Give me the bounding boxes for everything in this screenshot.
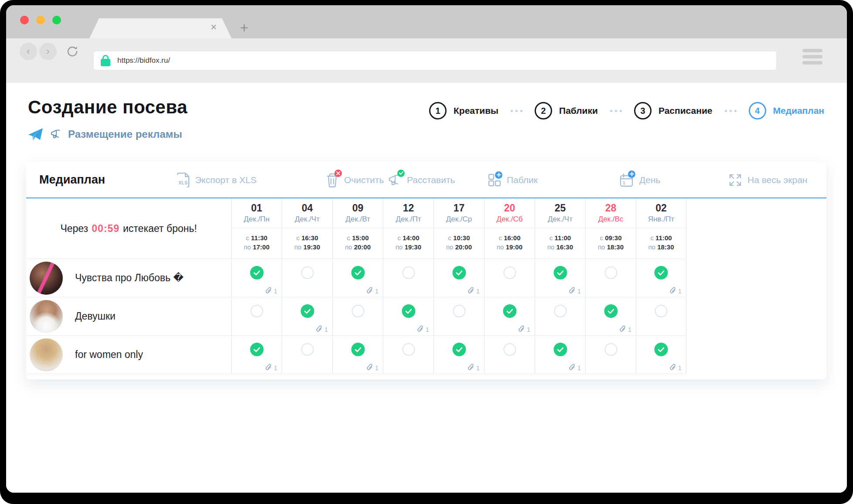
fullscreen-button[interactable]: На весь экран [728, 161, 807, 198]
schedule-cell[interactable]: 1 [332, 336, 383, 374]
reload-button[interactable] [64, 43, 81, 60]
date-day: 09 [333, 202, 383, 215]
date-column-header[interactable]: 04Дек./Чтс 16:30по 19:30 [282, 198, 332, 259]
schedule-cell[interactable] [282, 336, 332, 374]
schedule-cell[interactable]: 1 [636, 336, 686, 374]
address-bar[interactable]: https://bidfox.ru/ [94, 51, 776, 70]
unchecked-circle-icon[interactable] [503, 266, 516, 279]
checked-icon[interactable] [250, 343, 263, 356]
schedule-cell[interactable] [585, 259, 636, 297]
subtitle-label[interactable]: Размещение рекламы [68, 128, 182, 140]
back-button[interactable]: ‹ [20, 43, 37, 60]
checked-icon[interactable] [300, 304, 314, 318]
unchecked-circle-icon[interactable] [301, 343, 314, 356]
stepper-step-креативы[interactable]: 1Креативы [429, 102, 498, 119]
add-day-button[interactable]: 1 День [619, 161, 660, 198]
unchecked-circle-icon[interactable] [402, 266, 415, 279]
checked-icon[interactable] [655, 343, 668, 356]
schedule-cell[interactable]: 1 [282, 297, 332, 335]
checked-icon[interactable] [553, 266, 567, 279]
schedule-cell[interactable]: 1 [231, 259, 282, 297]
schedule-cell[interactable] [484, 259, 535, 297]
unchecked-circle-icon[interactable] [604, 266, 617, 279]
schedule-cell[interactable] [332, 297, 383, 335]
schedule-cell[interactable]: 1 [585, 297, 636, 335]
date-time-range: с 11:00по 18:30 [636, 228, 686, 259]
checked-icon[interactable] [503, 304, 516, 318]
schedule-cell[interactable]: 1 [484, 297, 535, 335]
step-number: 2 [535, 102, 552, 119]
forward-button[interactable]: › [39, 43, 57, 60]
table-row: Чувства про Любовь �11111 [26, 259, 686, 297]
stepper-step-расписание[interactable]: 3Расписание [634, 102, 713, 119]
unchecked-circle-icon[interactable] [301, 266, 314, 279]
checked-icon[interactable] [452, 266, 466, 279]
schedule-cell[interactable] [282, 259, 332, 297]
time-to-prefix: по [294, 243, 304, 251]
new-tab-button[interactable]: + [240, 20, 249, 35]
checked-icon[interactable] [351, 266, 365, 279]
menu-button[interactable] [802, 49, 822, 65]
schedule-cell[interactable]: 1 [231, 336, 282, 374]
tab-close-icon[interactable]: × [211, 22, 217, 32]
date-column-header[interactable]: 02Янв./Птс 11:00по 18:30 [636, 198, 686, 259]
checked-icon[interactable] [604, 304, 618, 318]
unchecked-circle-icon[interactable] [351, 305, 364, 317]
date-column-header[interactable]: 01Дек./Пнс 11:30по 17:00 [231, 198, 282, 259]
unchecked-circle-icon[interactable] [655, 305, 668, 317]
paperclip-icon [519, 325, 525, 334]
date-column-header[interactable]: 20Дек./Сбс 16:00по 19:00 [484, 198, 535, 259]
time-from-value: 10:30 [453, 234, 470, 242]
date-column-header[interactable]: 25Дек./Чтс 11:00по 16:30 [535, 198, 585, 259]
schedule-cell[interactable] [535, 297, 585, 335]
time-from: с 15:00 [333, 233, 383, 242]
unchecked-circle-icon[interactable] [604, 343, 617, 356]
checked-icon[interactable] [452, 343, 466, 356]
date-column-header[interactable]: 09Дек./Втс 15:00по 20:00 [332, 198, 383, 259]
schedule-cell[interactable]: 1 [636, 259, 686, 297]
checked-icon[interactable] [553, 343, 567, 356]
schedule-cell[interactable]: 1 [433, 259, 484, 297]
unchecked-circle-icon[interactable] [503, 343, 516, 356]
back-icon: ‹ [27, 46, 30, 57]
schedule-cell[interactable] [383, 259, 433, 297]
schedule-cell[interactable] [636, 297, 686, 335]
unchecked-circle-icon[interactable] [250, 305, 263, 317]
checked-icon[interactable] [655, 266, 668, 279]
schedule-cell[interactable] [433, 297, 484, 335]
checked-icon[interactable] [351, 343, 365, 356]
browser-tab[interactable]: × [89, 18, 232, 38]
schedule-cell[interactable]: 1 [383, 297, 433, 335]
date-column-header[interactable]: 28Дек./Всс 09:30по 18:30 [585, 198, 636, 259]
date-month-weekday: Дек./Вс [586, 215, 636, 224]
stepper-step-паблики[interactable]: 2Паблики [535, 102, 598, 119]
export-xls-button[interactable]: XLS Экспорт в XLS [177, 161, 256, 198]
schedule-cell[interactable]: 1 [535, 336, 585, 374]
schedule-cell[interactable] [484, 336, 535, 374]
date-column-header[interactable]: 12Дек./Птс 14:00по 19:30 [383, 198, 433, 259]
clear-button[interactable]: Очистить [326, 161, 384, 198]
close-window-button[interactable] [20, 16, 29, 24]
arrange-button[interactable]: Расставить [387, 161, 455, 198]
paperclip-icon [670, 364, 676, 372]
schedule-cell[interactable]: 1 [535, 259, 585, 297]
checked-icon[interactable] [250, 266, 263, 279]
unchecked-circle-icon[interactable] [453, 305, 465, 317]
attachment-count: 1 [468, 364, 480, 372]
schedule-cell[interactable] [585, 336, 636, 374]
date-column-header[interactable]: 17Дек./Срс 10:30по 20:00 [433, 198, 484, 259]
schedule-cell[interactable]: 1 [433, 336, 484, 374]
unchecked-circle-icon[interactable] [554, 305, 566, 317]
schedule-cell[interactable] [383, 336, 433, 374]
date-header-top: 28Дек./Вс [586, 198, 636, 228]
maximize-window-button[interactable] [52, 16, 61, 24]
url-text[interactable]: https://bidfox.ru/ [117, 56, 170, 65]
add-public-button[interactable]: Паблик [488, 161, 538, 198]
minimize-window-button[interactable] [36, 16, 45, 24]
checked-icon[interactable] [402, 304, 415, 318]
schedule-cell[interactable] [231, 297, 282, 335]
schedule-cell[interactable]: 1 [332, 259, 383, 297]
table-row: Девушки1111 [26, 297, 686, 335]
unchecked-circle-icon[interactable] [402, 343, 415, 356]
stepper-step-медиаплан[interactable]: 4Медиаплан [749, 102, 824, 119]
